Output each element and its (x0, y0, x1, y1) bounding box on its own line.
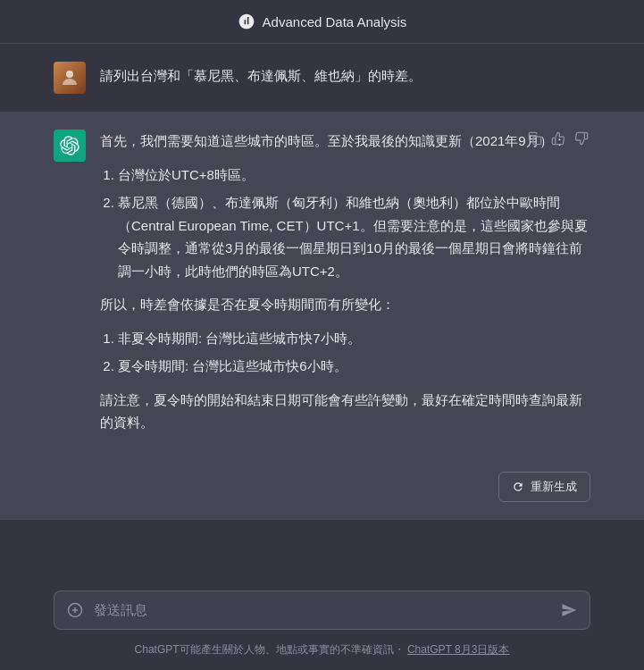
copy-button[interactable] (526, 130, 544, 147)
input-area (0, 578, 644, 636)
user-avatar (54, 62, 86, 94)
thumbup-button[interactable] (549, 130, 567, 147)
user-message-row: 請列出台灣和「慕尼黑、布達佩斯、維也納」的時差。 (0, 44, 644, 112)
send-button[interactable] (559, 600, 579, 620)
assistant-intro: 首先，我們需要知道這些城市的時區。至於我最後的知識更新（2021年9月）： (100, 130, 590, 153)
list1-item-2: 慕尼黑（德國）、布達佩斯（匈牙利）和維也納（奧地利）都位於中歐時間（Centra… (118, 191, 590, 282)
footer-disclaimer: ChatGPT可能產生關於人物、地點或事實的不準確資訊・ ChatGPT 8月3… (0, 635, 644, 670)
assistant-message-row: 首先，我們需要知道這些城市的時區。至於我最後的知識更新（2021年9月）： 台灣… (0, 112, 644, 463)
user-message-text: 請列出台灣和「慕尼黑、布達佩斯、維也納」的時差。 (100, 62, 422, 87)
footer-text: ChatGPT可能產生關於人物、地點或事實的不準確資訊・ (135, 643, 405, 656)
message-actions (526, 130, 590, 147)
list1-item-1: 台灣位於UTC+8時區。 (118, 163, 590, 187)
attach-button[interactable] (65, 600, 85, 620)
regenerate-button[interactable]: 重新生成 (498, 472, 590, 502)
assistant-footer-note: 請注意，夏令時的開始和結束日期可能會有些許變動，最好在確定時間時查詢最新的資料。 (100, 389, 590, 434)
input-container (54, 590, 590, 631)
thumbdown-button[interactable] (573, 130, 590, 147)
assistant-list-1: 台灣位於UTC+8時區。 慕尼黑（德國）、布達佩斯（匈牙利）和維也納（奧地利）都… (100, 163, 590, 283)
chat-area: 請列出台灣和「慕尼黑、布達佩斯、維也納」的時差。 首先，我們需要知道這些城市的時… (0, 44, 644, 578)
regenerate-label: 重新生成 (531, 479, 577, 495)
assistant-avatar (54, 130, 86, 162)
assistant-middle: 所以，時差會依據是否在夏令時期間而有所變化： (100, 293, 590, 316)
list2-item-1: 非夏令時期間: 台灣比這些城市快7小時。 (118, 327, 590, 350)
list2-item-2: 夏令時期間: 台灣比這些城市快6小時。 (118, 355, 590, 378)
top-bar: Advanced Data Analysis (0, 0, 644, 44)
data-analysis-icon (238, 13, 255, 30)
page-title: Advanced Data Analysis (263, 14, 407, 29)
message-input[interactable] (94, 600, 550, 621)
assistant-message-content: 首先，我們需要知道這些城市的時區。至於我最後的知識更新（2021年9月）： 台灣… (100, 130, 590, 445)
regenerate-area: 重新生成 (0, 463, 644, 520)
svg-rect-1 (533, 137, 541, 145)
footer-link[interactable]: ChatGPT 8月3日版本 (407, 643, 509, 656)
svg-point-0 (66, 71, 73, 78)
avatar-image (54, 62, 86, 94)
assistant-list-2: 非夏令時期間: 台灣比這些城市快7小時。 夏令時期間: 台灣比這些城市快6小時。 (100, 327, 590, 378)
